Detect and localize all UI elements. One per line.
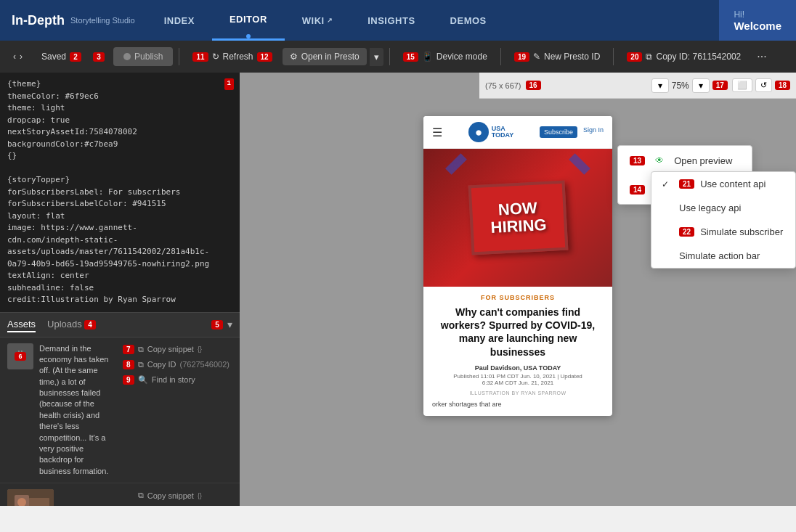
badge-13: 13: [630, 156, 645, 165]
tab-assets[interactable]: Assets: [7, 317, 36, 332]
copy-id-button[interactable]: 20 ⧉ Copy ID: 7611542002: [620, 48, 748, 65]
eye-icon: 👁: [652, 153, 667, 168]
asset-photo-thumb: [7, 489, 54, 506]
asset-actions-2: ⧉ Copy snippet {} ⧉ Copy ID (7628131002)…: [135, 489, 232, 506]
svg-rect-4: [29, 498, 49, 506]
copy-snippet-button-1[interactable]: 7 ⧉ Copy snippet {}: [120, 343, 232, 356]
asset-item-photo: 📷 ⧉ Copy snippet {} ⧉ Copy ID (762813100…: [0, 483, 240, 506]
device-controls: ⬜ ↺ 18: [732, 78, 790, 92]
checkmark-icon: ✓: [662, 179, 673, 189]
zoom-level: 75%: [672, 81, 689, 91]
device-rotate-button[interactable]: ↺: [755, 78, 772, 92]
badge-8: 8: [123, 360, 134, 369]
assets-header-right: 5 ▾: [211, 319, 232, 330]
new-presto-badge: 19: [514, 52, 529, 62]
nav-item-index[interactable]: INDEX: [147, 0, 212, 41]
copy-id-button-1[interactable]: 8 ⧉ Copy ID (7627546002): [120, 359, 232, 371]
presto-dropdown-arrow[interactable]: ▾: [370, 48, 383, 66]
preview-phone: ☰ ⬤ USA TODAY Subscribe Sign In: [423, 116, 612, 416]
saved-badge: 2: [70, 52, 81, 62]
snippet-icon-2: ⧉: [138, 491, 144, 500]
welcome-hi: Hi!: [734, 9, 781, 20]
forward-icon: ›: [20, 52, 23, 62]
open-in-presto-button[interactable]: ⚙ Open in Presto: [283, 48, 367, 65]
more-options-button[interactable]: ···: [751, 46, 772, 67]
use-content-api-item[interactable]: ✓ 21 Use content api: [651, 172, 795, 196]
api-menu: ✓ 21 Use content api Use legacy api 22 S…: [651, 171, 796, 269]
nav-item-demos[interactable]: DEMOS: [433, 0, 504, 41]
badge-17: 17: [712, 81, 728, 90]
left-panel: 1 {theme} themeColor: #6f9ec6 theme: lig…: [0, 73, 240, 506]
chevron-down-icon[interactable]: ▾: [227, 319, 232, 330]
asset-actions-1: 7 ⧉ Copy snippet {} 8 ⧉ Copy ID (7627546…: [120, 343, 232, 386]
badge-21: 21: [679, 179, 694, 189]
logo-circle-text: ⬤: [476, 130, 482, 135]
for-subscribers-label: FOR SUBSCRIBERS: [432, 294, 604, 301]
article-headline: Why can't companies find workers? Spurre…: [432, 306, 604, 359]
publish-button[interactable]: Publish: [113, 47, 173, 66]
device-portrait-button[interactable]: ⬜: [732, 78, 752, 92]
logo-text: USA TODAY: [492, 126, 514, 139]
code-content: {theme} themeColor: #6f9ec6 theme: light…: [7, 78, 232, 306]
asset-thumb-quote: 6 ": [7, 343, 33, 369]
external-link-icon: ↗: [327, 17, 333, 24]
search-icon-1: 🔍: [138, 375, 148, 385]
open-preview-item[interactable]: 13 👁 Open preview: [618, 146, 752, 175]
toolbar-separator: [179, 48, 179, 65]
asset-item-quote: 6 " Demand in the economy has taken off.…: [0, 337, 240, 484]
dimensions-label: (75 x 667): [485, 81, 521, 90]
more-icon: ···: [757, 50, 766, 62]
copy-id-icon-1: ⧉: [138, 360, 144, 369]
copy-snippet-button-2[interactable]: ⧉ Copy snippet {}: [135, 489, 232, 502]
zoom-down-icon: ▾: [658, 81, 662, 91]
uploads-badge: 4: [84, 320, 96, 330]
badge-14: 14: [630, 185, 645, 195]
nav-item-insights[interactable]: INSIGHTS: [350, 0, 432, 41]
edit-icon: ✎: [533, 52, 540, 62]
brand-logo[interactable]: In-Depth Storytelling Studio: [0, 0, 147, 41]
open-presto-badge: 12: [257, 52, 272, 62]
zoom-controls: ▾ 75% ▾ 17: [651, 78, 728, 93]
copy-icon: ⧉: [646, 52, 652, 62]
copy-id-button-2[interactable]: ⧉ Copy ID (7628131002): [135, 504, 232, 506]
logo-circle: ⬤: [468, 122, 489, 142]
subscribe-button[interactable]: Subscribe: [540, 126, 577, 138]
new-presto-id-button[interactable]: 19 ✎ New Presto ID: [507, 48, 607, 65]
assets-tabs: Assets Uploads 4: [7, 317, 96, 332]
preview-nav-buttons: Subscribe Sign In: [540, 126, 604, 138]
zoom-down-button[interactable]: ▾: [651, 78, 669, 93]
photo-preview-svg: [7, 489, 54, 506]
hamburger-icon: ☰: [432, 126, 442, 139]
use-legacy-api-item[interactable]: Use legacy api: [651, 196, 795, 220]
preview-nav-bar: ☰ ⬤ USA TODAY Subscribe Sign In: [423, 116, 612, 149]
nav-item-editor[interactable]: EDITOR: [212, 0, 285, 41]
zoom-up-button[interactable]: ▾: [692, 78, 710, 93]
preview-toolbar: (75 x 667) 16 ▾ 75% ▾ 17 ⬜ ↺ 18: [479, 73, 796, 99]
preview-panel: (75 x 667) 16 ▾ 75% ▾ 17 ⬜ ↺ 18 10: [240, 73, 796, 506]
refresh-button[interactable]: 11 ↻ Refresh 12: [185, 48, 279, 65]
preview-hero-image: NOW HIRING: [423, 149, 612, 287]
device-mode-button[interactable]: 15 📱 Device mode: [396, 48, 495, 65]
saved-button[interactable]: Saved 2: [34, 48, 89, 65]
main-layout: 1 {theme} themeColor: #6f9ec6 theme: lig…: [0, 73, 796, 506]
saved-section: ‹ › Saved 2 3: [6, 48, 105, 65]
navigation-arrows[interactable]: ‹ ›: [6, 48, 30, 65]
article-body: orker shortages that are: [432, 400, 604, 409]
badge-7: 7: [123, 345, 134, 354]
now-hiring-line2: HIRING: [490, 216, 547, 237]
refresh-badge: 11: [192, 52, 208, 62]
simulate-subscriber-item[interactable]: 22 Simulate subscriber: [651, 220, 795, 244]
tab-uploads: Uploads 4: [47, 317, 96, 332]
zoom-up-icon: ▾: [699, 81, 703, 91]
phone-icon: 📱: [422, 52, 433, 62]
sign-in-link[interactable]: Sign In: [583, 126, 604, 138]
toolbar-separator-3: [500, 48, 501, 65]
find-in-story-button-1[interactable]: 9 🔍 Find in story: [120, 374, 232, 386]
code-editor[interactable]: 1 {theme} themeColor: #6f9ec6 theme: lig…: [0, 73, 240, 312]
badge-3: 3: [93, 52, 105, 62]
nav-item-wiki[interactable]: WIKI ↗: [285, 0, 350, 41]
toolbar-separator-4: [613, 48, 614, 65]
badge-22: 22: [679, 227, 694, 237]
illustration-credit: ILLUSTRATION BY RYAN SPARROW: [432, 390, 604, 396]
simulate-action-bar-item[interactable]: Simulate action bar: [651, 244, 795, 268]
